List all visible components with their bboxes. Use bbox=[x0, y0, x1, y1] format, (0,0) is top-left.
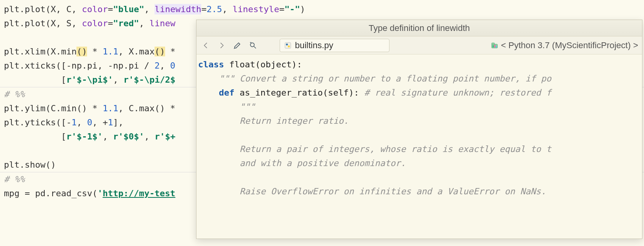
code-token: linew bbox=[149, 18, 175, 28]
code-token: , bbox=[113, 75, 124, 85]
code-token: 1.1 bbox=[103, 103, 118, 113]
code-token: = bbox=[108, 4, 113, 14]
code-token bbox=[198, 186, 240, 196]
code-token: color bbox=[82, 4, 108, 14]
popup-code-line: """ bbox=[198, 100, 642, 114]
code-token bbox=[198, 116, 240, 126]
code-token: [ bbox=[4, 75, 66, 85]
code-token: ) bbox=[160, 47, 165, 56]
code-token: http://my-test bbox=[103, 188, 175, 198]
code-token: linewidth bbox=[155, 4, 201, 14]
popup-code-line: """ Convert a string or number to a floa… bbox=[198, 72, 642, 86]
code-token: r'$+ bbox=[155, 132, 175, 141]
code-token: color bbox=[82, 18, 108, 28]
code-token: , bbox=[222, 4, 233, 14]
svg-rect-5 bbox=[492, 43, 495, 45]
code-token: plt.xlim(X.min bbox=[4, 47, 76, 56]
svg-point-0 bbox=[250, 43, 254, 47]
code-token: r'$-1$' bbox=[66, 132, 103, 141]
code-token: 0 bbox=[87, 118, 92, 127]
popup-code-line: Return a pair of integers, whose ratio i… bbox=[198, 142, 642, 156]
code-token: , bbox=[144, 4, 155, 14]
code-token: plt.xticks([-np.pi, -np.pi / bbox=[4, 61, 155, 71]
code-token: Raise OverflowError on infinities and a … bbox=[240, 186, 546, 196]
code-token: * bbox=[87, 47, 103, 56]
code-token: 0 bbox=[170, 61, 175, 71]
code-token: ) bbox=[82, 47, 87, 56]
code-token: , bbox=[139, 18, 149, 28]
code-token bbox=[198, 102, 240, 112]
code-token: 1.1 bbox=[103, 47, 118, 56]
popup-code-line bbox=[198, 128, 642, 142]
code-token: r'$-\pi$' bbox=[66, 75, 113, 85]
project-label[interactable]: < Python 3.7 (MyScientificProject) > bbox=[491, 40, 638, 51]
code-token: ], bbox=[113, 118, 124, 127]
code-token bbox=[198, 158, 240, 168]
code-token: "-" bbox=[284, 4, 300, 14]
file-chip[interactable]: builtins.py bbox=[280, 39, 389, 52]
code-token: plt.plot(X, C, bbox=[4, 4, 82, 14]
code-token: "red" bbox=[113, 18, 139, 28]
svg-rect-1 bbox=[285, 42, 291, 48]
code-token: plt.show() bbox=[4, 160, 56, 170]
code-token: as_integer_ratio(self): bbox=[240, 88, 364, 98]
code-token: # %% bbox=[4, 174, 25, 184]
popup-body[interactable]: class float(object): """ Convert a strin… bbox=[196, 54, 642, 239]
type-definition-popup: Type definition of linewidth builtins.py… bbox=[196, 20, 642, 239]
code-token: class bbox=[198, 60, 229, 69]
code-token: ) bbox=[300, 4, 305, 14]
code-line[interactable]: plt.plot(X, C, color="blue", linewidth=2… bbox=[4, 2, 644, 16]
code-token: """ bbox=[240, 102, 255, 112]
code-token bbox=[198, 144, 240, 154]
file-name: builtins.py bbox=[295, 40, 333, 51]
svg-point-3 bbox=[288, 45, 290, 47]
code-token bbox=[198, 74, 219, 83]
code-token: , bbox=[76, 118, 87, 127]
popup-code-line: and with a positive denominator. bbox=[198, 156, 642, 170]
code-token: , bbox=[144, 132, 155, 141]
code-token: and with a positive denominator. bbox=[240, 158, 406, 168]
svg-rect-6 bbox=[493, 45, 494, 47]
code-token: float(object): bbox=[229, 60, 302, 69]
code-token: ( bbox=[76, 47, 82, 56]
python-file-icon bbox=[284, 42, 292, 49]
popup-code-line: Return integer ratio. bbox=[198, 114, 642, 128]
code-token: ' bbox=[97, 188, 102, 198]
popup-code-line: Raise OverflowError on infinities and a … bbox=[198, 184, 642, 199]
svg-point-2 bbox=[286, 43, 288, 45]
find-icon[interactable] bbox=[247, 40, 258, 51]
code-token: 1 bbox=[71, 118, 76, 127]
code-token: "blue" bbox=[113, 4, 144, 14]
code-token: # %% bbox=[4, 89, 25, 99]
code-token bbox=[198, 88, 219, 98]
popup-title: Type definition of linewidth bbox=[196, 20, 642, 36]
code-token: Return a pair of integers, whose ratio i… bbox=[240, 144, 551, 154]
code-token: , bbox=[103, 132, 113, 141]
edit-icon[interactable] bbox=[232, 40, 243, 51]
popup-code-line bbox=[198, 170, 642, 184]
project-icon bbox=[491, 42, 498, 49]
code-token: linestyle bbox=[233, 4, 279, 14]
code-token: , C.max() * bbox=[118, 103, 175, 113]
forward-icon[interactable] bbox=[216, 40, 227, 51]
code-token: [ bbox=[4, 132, 66, 141]
code-token: = bbox=[108, 18, 113, 28]
code-token: ( bbox=[155, 47, 160, 56]
code-token: mpg = pd.read_csv( bbox=[4, 188, 97, 198]
code-token: r'$0$' bbox=[113, 132, 144, 141]
code-token: plt.ylim(C.min() * bbox=[4, 103, 103, 113]
code-token: 2.5 bbox=[207, 4, 222, 14]
code-token: , X.max bbox=[118, 47, 155, 56]
popup-toolbar: builtins.py < Python 3.7 (MyScientificPr… bbox=[196, 36, 642, 54]
code-token: def bbox=[219, 88, 240, 98]
code-token: plt.yticks([- bbox=[4, 118, 71, 127]
code-token: r'$-\pi/2$ bbox=[124, 75, 175, 85]
popup-code-line: def as_integer_ratio(self): # real signa… bbox=[198, 86, 642, 100]
code-token: plt.plot(X, S, bbox=[4, 18, 82, 28]
code-token: Return integer ratio. bbox=[240, 116, 349, 126]
project-text: < Python 3.7 (MyScientificProject) > bbox=[501, 40, 638, 51]
back-icon[interactable] bbox=[200, 40, 211, 51]
code-token: = bbox=[279, 4, 284, 14]
popup-code-line: class float(object): bbox=[198, 58, 642, 72]
svg-rect-7 bbox=[494, 45, 495, 47]
